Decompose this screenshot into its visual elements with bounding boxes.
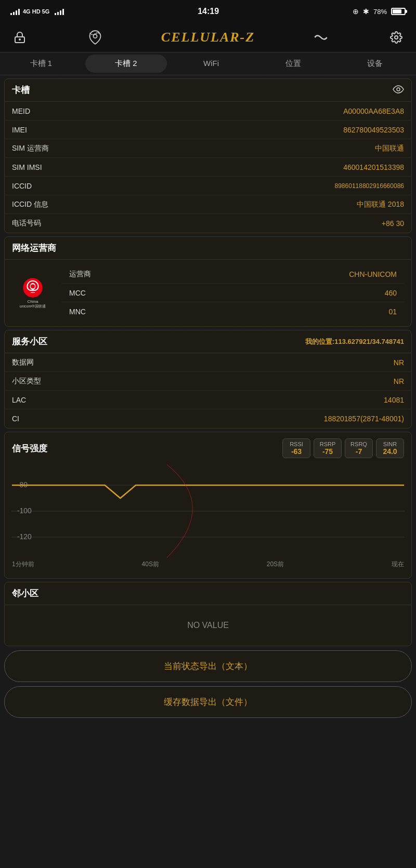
- sim-label-iccid: ICCID: [12, 182, 32, 190]
- status-right: ⊕ ✱ 78%: [353, 7, 406, 16]
- tab-wifi[interactable]: WiFi: [170, 52, 252, 75]
- service-cell-location: 我的位置:113.627921/34.748741: [305, 337, 404, 346]
- lock-icon[interactable]: [10, 28, 29, 47]
- service-row-ci: CI 188201857(2871-48001): [5, 409, 411, 428]
- operator-label-mnc: MNC: [69, 308, 86, 316]
- signal-bars-2: [55, 8, 64, 15]
- operator-value-name: CHN-UNICOM: [349, 270, 397, 278]
- signal-strength-title: 信号强度: [12, 443, 47, 455]
- network-operator-header: 网络运营商: [5, 237, 411, 260]
- badge-rsrq-value: -7: [349, 447, 368, 456]
- bluetooth-icon: ✱: [363, 7, 369, 16]
- sim-label-imei: IMEI: [12, 126, 27, 134]
- settings-icon[interactable]: [387, 28, 406, 47]
- signal-chart: -80 -100 -120: [12, 464, 404, 558]
- sim-card-title: 卡槽: [12, 84, 30, 96]
- neighbor-cell-section: 邻小区 NO VALUE: [4, 582, 412, 646]
- no-value-text: NO VALUE: [5, 605, 411, 646]
- map-location-icon[interactable]: [86, 28, 105, 47]
- operator-logo-text2: unicom中国联通: [20, 304, 46, 309]
- chart-label-now: 现在: [392, 560, 404, 569]
- signal-bar: [13, 12, 15, 15]
- eye-icon[interactable]: [393, 84, 404, 96]
- badge-sinr-label: SINR: [381, 441, 399, 447]
- svg-text:-120: -120: [17, 532, 32, 541]
- svg-point-4: [397, 88, 400, 91]
- signal-bar: [62, 9, 64, 15]
- operator-rows: 运营商 CHN-UNICOM MCC 460 MNC 01: [62, 265, 404, 321]
- sim-row-iccid-info: ICCID 信息 中国联通 2018: [5, 195, 411, 214]
- badge-rsrq-label: RSRQ: [349, 441, 368, 447]
- svg-point-1: [19, 39, 20, 40]
- tab-bar: 卡槽 1 卡槽 2 WiFi 位置 设备: [0, 52, 416, 75]
- signal-bar: [60, 10, 61, 15]
- service-label-lac: LAC: [12, 396, 26, 404]
- signal-strength-header: 信号强度 RSSI -63 RSRP -75 RSRQ -7 SINR 24.0: [5, 432, 411, 464]
- sim-value-imei: 862780049523503: [343, 126, 404, 134]
- sim-label-phone: 电话号码: [12, 219, 41, 228]
- badge-rssi-label: RSSI: [287, 441, 306, 447]
- export-text-button[interactable]: 当前状态导出（文本）: [4, 650, 412, 682]
- svg-point-6: [31, 284, 35, 288]
- sim-row-iccid: ICCID 89860118802916660086: [5, 177, 411, 195]
- sim-label-iccid-info: ICCID 信息: [12, 200, 48, 209]
- service-row-lac: LAC 14081: [5, 391, 411, 409]
- signal-bar: [16, 10, 17, 15]
- neighbor-cell-header: 邻小区: [5, 582, 411, 605]
- service-cell-title: 服务小区: [12, 336, 47, 348]
- chart-x-labels: 1分钟前 40S前 20S前 现在: [5, 558, 411, 573]
- network-type: 4G HD 5G: [23, 8, 49, 15]
- service-label-datanet: 数据网: [12, 358, 34, 367]
- tab-location[interactable]: 位置: [252, 52, 334, 75]
- signal-bar: [18, 9, 20, 15]
- badge-rsrp-label: RSRP: [318, 441, 337, 447]
- sim-row-phone: 电话号码 +86 30: [5, 214, 411, 233]
- svg-point-2: [93, 34, 97, 38]
- app-title: CELLULAR-Z: [161, 30, 255, 45]
- badge-sinr-value: 24.0: [381, 447, 399, 456]
- chart-label-40s: 40S前: [142, 560, 159, 569]
- status-left: 4G HD 5G: [10, 8, 64, 15]
- service-value-lac: 14081: [384, 396, 404, 404]
- sim-card-section: 卡槽 MEID A00000AA68E3A8 IMEI 862780049523…: [4, 78, 412, 233]
- status-bar: 4G HD 5G 14:19 ⊕ ✱ 78%: [0, 0, 416, 23]
- operator-row-name: 运营商 CHN-UNICOM: [62, 265, 404, 284]
- operator-row-mcc: MCC 460: [62, 284, 404, 302]
- location-status-icon: ⊕: [353, 7, 359, 16]
- status-time: 14:19: [198, 7, 219, 16]
- sim-label-operator: SIM 运营商: [12, 144, 49, 153]
- sim-row-operator: SIM 运营商 中国联通: [5, 139, 411, 158]
- signal-wave-icon[interactable]: [311, 28, 330, 47]
- signal-bar: [57, 12, 59, 15]
- service-cell-section: 服务小区 我的位置:113.627921/34.748741 数据网 NR 小区…: [4, 330, 412, 429]
- signal-badges: RSSI -63 RSRP -75 RSRQ -7 SINR 24.0: [282, 438, 404, 458]
- operator-logo-text1: China: [20, 299, 46, 304]
- signal-bar: [55, 13, 56, 15]
- service-value-celltype: NR: [394, 377, 404, 385]
- operator-content: China unicom中国联通 运营商 CHN-UNICOM MCC 460 …: [5, 260, 411, 326]
- sim-value-imsi: 460014201513398: [343, 163, 404, 171]
- sim-row-imei: IMEI 862780049523503: [5, 121, 411, 139]
- tab-sim1[interactable]: 卡槽 1: [0, 52, 82, 75]
- badge-rsrp-value: -75: [318, 447, 337, 456]
- service-label-ci: CI: [12, 415, 19, 423]
- badge-sinr: SINR 24.0: [376, 438, 404, 458]
- sim-value-iccid-info: 中国联通 2018: [357, 200, 404, 209]
- service-label-celltype: 小区类型: [12, 377, 41, 386]
- tab-sim2[interactable]: 卡槽 2: [85, 55, 167, 73]
- operator-value-mnc: 01: [388, 308, 397, 316]
- chart-label-20s: 20S前: [267, 560, 284, 569]
- tab-device[interactable]: 设备: [334, 52, 416, 75]
- svg-text:-100: -100: [17, 506, 32, 515]
- export-file-button[interactable]: 缓存数据导出（文件）: [4, 686, 412, 718]
- chart-label-1min: 1分钟前: [12, 560, 34, 569]
- sim-card-header: 卡槽: [5, 79, 411, 102]
- sim-value-meid: A00000AA68E3A8: [343, 107, 404, 115]
- chart-svg: -80 -100 -120: [12, 464, 404, 558]
- sim-value-operator: 中国联通: [375, 144, 404, 153]
- signal-bars-1: [10, 8, 20, 15]
- sim-row-meid: MEID A00000AA68E3A8: [5, 102, 411, 121]
- svg-point-3: [395, 36, 398, 39]
- badge-rsrp: RSRP -75: [314, 438, 342, 458]
- sim-value-iccid: 89860118802916660086: [335, 182, 404, 190]
